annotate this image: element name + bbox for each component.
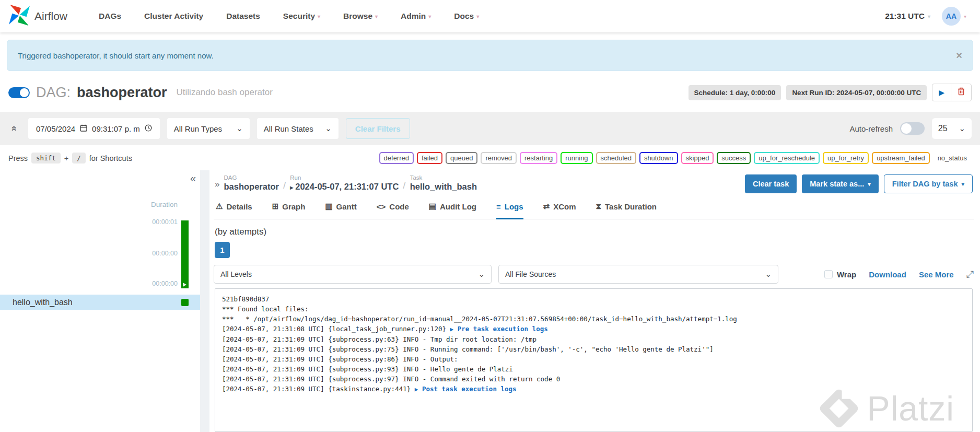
dag-description: Utilizando bash operator: [177, 87, 273, 98]
wrap-label: Wrap: [837, 270, 856, 279]
auto-refresh-toggle[interactable]: [900, 122, 925, 135]
log-level-select[interactable]: All Levels ⌄: [214, 265, 492, 284]
page-size-select[interactable]: 25 ⌄: [932, 118, 972, 139]
tab-icon: ▤: [429, 202, 436, 211]
grid-panel: « Duration 00:00:0100:00:0000:00:00 hell…: [0, 170, 200, 432]
breadcrumb-task-value[interactable]: hello_with_bash: [410, 182, 477, 192]
tab[interactable]: ▥ Gantt: [325, 202, 356, 219]
state-badge[interactable]: deferred: [379, 152, 414, 164]
log-line: [2024-05-07, 21:31:09 UTC] {subprocess.p…: [222, 354, 965, 364]
wrap-toggle[interactable]: Wrap: [824, 270, 856, 279]
see-more-link[interactable]: See More: [919, 270, 954, 279]
breadcrumb-run-label: Run: [290, 174, 399, 181]
by-attempts-label: (by attempts): [215, 227, 974, 237]
auto-refresh-label: Auto-refresh: [849, 124, 893, 133]
state-badge[interactable]: skipped: [681, 152, 714, 164]
state-badge[interactable]: no_status: [933, 152, 972, 164]
log-line: [2024-05-07, 21:31:09 UTC] {subprocess.p…: [222, 334, 965, 344]
state-badge[interactable]: up_for_retry: [823, 152, 869, 164]
expand-panel-icon[interactable]: »: [215, 179, 219, 190]
mark-state-button[interactable]: Mark state as... ▾: [802, 174, 879, 193]
filter-dag-by-task-button[interactable]: Filter DAG by task ▾: [884, 174, 973, 193]
task-instance-square[interactable]: [181, 299, 189, 306]
state-badge[interactable]: queued: [446, 152, 477, 164]
dag-prefix: DAG:: [36, 85, 71, 101]
log-line: 521bf890d837: [222, 294, 965, 304]
close-icon[interactable]: ×: [956, 50, 962, 61]
duration-axis-label: Duration: [151, 201, 178, 208]
tab[interactable]: ⇄ XCom: [543, 202, 576, 219]
breadcrumb-run-value[interactable]: ▸2024-05-07, 21:31:07 UTC: [290, 182, 399, 192]
task-row-selected[interactable]: hello_with_bash: [0, 295, 200, 310]
tab-icon: ⚠: [216, 202, 223, 211]
run-expand-icon: ▸: [290, 184, 293, 191]
state-badge[interactable]: success: [717, 152, 751, 164]
state-badge[interactable]: scheduled: [596, 152, 636, 164]
nav-menu-item[interactable]: Security ▾: [283, 11, 320, 21]
panel-divider[interactable]: [200, 170, 209, 432]
nav-menu-item[interactable]: DAGs: [99, 11, 121, 21]
airflow-pinwheel-icon: [8, 4, 30, 28]
clear-task-button[interactable]: Clear task: [745, 174, 797, 193]
base-date-input[interactable]: 07/05/2024 09:31:07 p. m: [28, 118, 160, 139]
clear-filters-button[interactable]: Clear Filters: [346, 118, 410, 139]
breadcrumb: DAG bashoperator / Run ▸2024-05-07, 21:3…: [224, 174, 477, 192]
collapse-panel-icon[interactable]: «: [190, 172, 196, 184]
log-line: *** Found local files:: [222, 304, 965, 314]
tab[interactable]: <> Code: [377, 202, 409, 219]
dag-actions: ▶: [932, 84, 972, 101]
trigger-dag-button[interactable]: ▶: [932, 84, 951, 101]
nav-menu-item[interactable]: Admin ▾: [401, 11, 431, 21]
state-badge[interactable]: removed: [481, 152, 517, 164]
state-badge[interactable]: restarting: [520, 152, 557, 164]
dag-pause-toggle[interactable]: [8, 87, 30, 98]
file-source-select[interactable]: All File Sources ⌄: [498, 265, 778, 284]
breadcrumb-dag-value[interactable]: bashoperator: [224, 182, 278, 192]
fullscreen-icon[interactable]: ⤢: [966, 269, 974, 280]
state-badge[interactable]: shutdown: [639, 152, 678, 164]
dag-header: DAG: bashoperator Utilizando bash operat…: [8, 84, 972, 101]
run-types-select[interactable]: All Run Types ⌄: [167, 118, 250, 139]
caret-down-icon: ▾: [961, 181, 964, 188]
caret-down-icon: ▾: [964, 14, 966, 19]
play-icon: ▶: [939, 88, 944, 97]
run-states-select[interactable]: All Run States ⌄: [257, 118, 339, 139]
caret-down-icon: ▾: [868, 181, 871, 188]
tab[interactable]: ▤ Audit Log: [429, 202, 476, 219]
tab[interactable]: ⧗ Task Duration: [596, 202, 657, 219]
nav-menu: DAGs Cluster Activity Datasets Security …: [99, 11, 479, 21]
task-duration-bar[interactable]: [181, 220, 189, 288]
detail-panel: » DAG bashoperator / Run ▸2024-05-07, 21…: [209, 170, 980, 432]
download-link[interactable]: Download: [869, 270, 906, 279]
collapse-filters-icon[interactable]: «: [9, 122, 20, 135]
state-badge[interactable]: upstream_failed: [872, 152, 930, 164]
date-value: 07/05/2024: [36, 124, 75, 133]
log-line: [2024-05-07, 21:31:09 UTC] {taskinstance…: [222, 384, 965, 394]
user-menu[interactable]: AA ▾: [942, 7, 966, 26]
tab-icon: ⧗: [596, 202, 602, 211]
state-badge[interactable]: failed: [417, 152, 442, 164]
state-badge[interactable]: running: [561, 152, 592, 164]
detail-tabs: ⚠ Details ⊞ Graph ▥ Gantt <> Code: [214, 196, 974, 219]
tab[interactable]: ≡ Logs: [496, 202, 523, 219]
next-run-badge: Next Run ID: 2024-05-07, 00:00:00 UTC: [786, 85, 927, 100]
log-group-toggle[interactable]: ▶ Post task execution logs: [415, 385, 517, 393]
state-badge[interactable]: up_for_reschedule: [754, 152, 820, 164]
tab-icon: ⇄: [543, 202, 550, 211]
breadcrumb-dag-label: DAG: [224, 174, 278, 181]
tab[interactable]: ⚠ Details: [216, 202, 252, 219]
attempt-1-button[interactable]: 1: [215, 242, 230, 258]
nav-menu-item[interactable]: Browse ▾: [343, 11, 378, 21]
nav-menu-item[interactable]: Datasets: [226, 11, 260, 21]
tab[interactable]: ⊞ Graph: [272, 202, 306, 219]
nav-menu-item[interactable]: Cluster Activity: [144, 11, 203, 21]
log-line: [2024-05-07, 21:31:09 UTC] {subprocess.p…: [222, 374, 965, 384]
wrap-checkbox[interactable]: [824, 270, 833, 278]
utc-clock-dropdown[interactable]: 21:31 UTC ▾: [885, 11, 930, 21]
delete-dag-button[interactable]: [951, 84, 971, 101]
airflow-logo-brand[interactable]: Airflow: [8, 4, 67, 28]
log-group-toggle[interactable]: ▶ Pre task execution logs: [450, 325, 548, 333]
log-line: [2024-05-07, 21:31:09 UTC] {subprocess.p…: [222, 364, 965, 374]
play-icon: ▶: [450, 326, 454, 333]
nav-menu-item[interactable]: Docs ▾: [454, 11, 479, 21]
